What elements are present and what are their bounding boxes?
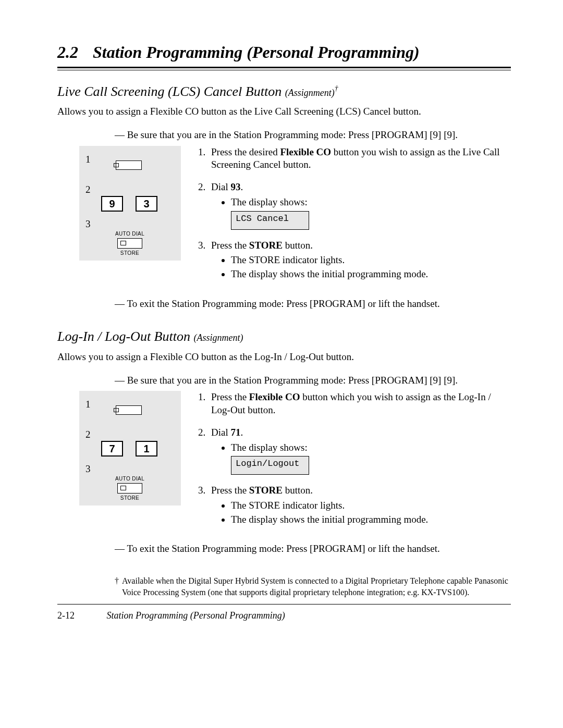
- section2-heading: Log-In / Log-Out Button (Assignment): [57, 328, 511, 346]
- step-text: button.: [283, 485, 313, 496]
- sub-bullet: The display shows:: [231, 441, 511, 454]
- keypad-key: 1: [136, 441, 157, 456]
- auto-dial-label: AUTO DIAL: [112, 475, 148, 482]
- store-button-icon: [117, 238, 142, 249]
- section1-dagger: †: [335, 84, 338, 92]
- step-text: Press the: [211, 485, 249, 496]
- diagram-step-number: 1: [85, 398, 91, 411]
- auto-dial-label: AUTO DIAL: [112, 230, 148, 237]
- chapter-number: 2.2: [57, 42, 89, 64]
- page-footer: 2-12 Station Programming (Personal Progr…: [57, 610, 511, 622]
- section2-heading-sub: (Assignment): [193, 332, 243, 343]
- co-button-icon: [116, 161, 142, 170]
- step-text: Press the: [211, 240, 249, 251]
- section2-steps: Press the Flexible CO button which you w…: [198, 391, 511, 526]
- footnote-text: Available when the Digital Super Hybrid …: [122, 575, 511, 598]
- footnote: † Available when the Digital Super Hybri…: [115, 575, 511, 598]
- section2-enter-mode: — Be sure that you are in the Station Pr…: [115, 374, 511, 387]
- store-label: STORE: [112, 250, 148, 256]
- keypad-key: 3: [136, 196, 157, 212]
- store-label: STORE: [112, 495, 148, 501]
- store-button-led-icon: [120, 486, 126, 490]
- sub-bullet: The display shows:: [231, 196, 511, 209]
- section1-heading: Live Call Screening (LCS) Cancel Button …: [57, 83, 511, 101]
- section2-intro: Allows you to assign a Flexible CO butto…: [57, 351, 511, 364]
- step-text: button.: [283, 240, 313, 251]
- diagram-step-number: 2: [85, 428, 91, 441]
- section1-enter-mode: — Be sure that you are in the Station Pr…: [115, 129, 511, 142]
- lcd-display: LCS Cancel: [231, 211, 309, 230]
- store-button-group: AUTO DIAL STORE: [112, 229, 148, 257]
- sub-bullet: The STORE indicator lights.: [231, 254, 511, 267]
- section1-exit-mode: — To exit the Station Programming mode: …: [115, 298, 511, 311]
- section2-exit-mode: — To exit the Station Programming mode: …: [115, 542, 511, 556]
- section1-diagram: 1 2 9 3 3 AUTO DIAL STORE: [79, 146, 181, 261]
- sub-bullet: The display shows the initial programmin…: [231, 268, 511, 281]
- co-button-led-icon: [114, 163, 119, 167]
- sub-bullet: The display shows the initial programmin…: [231, 513, 511, 526]
- step-bold: STORE: [249, 240, 283, 251]
- chapter-title: Station Programming (Personal Programmin…: [93, 43, 420, 61]
- store-button-icon: [117, 483, 142, 493]
- section1-heading-main: Live Call Screening (LCS) Cancel Button: [57, 84, 285, 99]
- step-item: Press the STORE button. The STORE indica…: [208, 239, 511, 281]
- step-bold: 71: [230, 427, 240, 438]
- diagram-step-number: 2: [85, 183, 91, 196]
- step-bold: Flexible CO: [280, 146, 331, 157]
- co-button-icon: [116, 405, 142, 415]
- diagram-step-number: 3: [85, 218, 91, 231]
- keypad-key: 9: [101, 196, 123, 212]
- section2-heading-main: Log-In / Log-Out Button: [57, 329, 193, 344]
- lcd-display: Login/Logout: [231, 456, 309, 475]
- store-button-group: AUTO DIAL STORE: [112, 474, 148, 502]
- diagram-step-number: 1: [85, 153, 91, 166]
- section2-diagram: 1 2 7 1 3 AUTO DIAL STORE: [79, 391, 181, 505]
- co-button-led-icon: [114, 408, 119, 412]
- diagram-step-number: 3: [85, 463, 91, 476]
- keypad-key: 7: [101, 441, 123, 456]
- step-item: Press the Flexible CO button which you w…: [208, 391, 511, 416]
- step-text: Dial: [211, 427, 230, 438]
- step-item: Dial 93. The display shows: LCS Cancel: [208, 181, 511, 229]
- page-number: 2-12: [57, 610, 104, 622]
- step-text: Press the: [211, 391, 249, 402]
- step-item: Press the desired Flexible CO button you…: [208, 146, 511, 171]
- sub-bullet: The STORE indicator lights.: [231, 499, 511, 512]
- step-text: .: [240, 181, 243, 192]
- step-bold: STORE: [249, 485, 283, 496]
- title-rule: [57, 67, 511, 70]
- step-item: Dial 71. The display shows: Login/Logout: [208, 426, 511, 475]
- step-text: Dial: [211, 181, 230, 192]
- step-item: Press the STORE button. The STORE indica…: [208, 484, 511, 526]
- chapter-heading: 2.2 Station Programming (Personal Progra…: [57, 42, 511, 64]
- store-button-led-icon: [120, 241, 126, 245]
- step-bold: 93: [230, 181, 240, 192]
- footnote-dagger: †: [115, 575, 122, 598]
- section1-heading-sub: (Assignment): [285, 88, 335, 98]
- step-text: .: [240, 427, 243, 438]
- footer-title: Station Programming (Personal Programmin…: [107, 610, 285, 621]
- step-text: Press the desired: [211, 146, 280, 157]
- bottom-rule: [57, 604, 511, 604]
- section1-steps: Press the desired Flexible CO button you…: [198, 146, 511, 281]
- step-bold: Flexible CO: [249, 391, 300, 402]
- section1-intro: Allows you to assign a Flexible CO butto…: [57, 105, 511, 118]
